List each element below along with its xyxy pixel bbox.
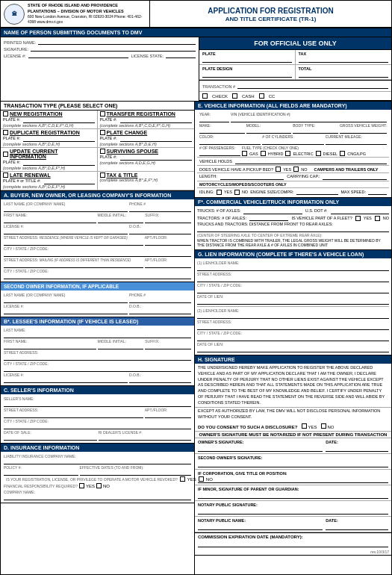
- printed-name-field[interactable]: [38, 39, 196, 45]
- seller-apt-input[interactable]: [145, 412, 191, 418]
- seller-sale-input[interactable]: [4, 435, 97, 441]
- v-vehicle-holds-input[interactable]: [235, 158, 387, 164]
- v-model-input[interactable]: [246, 128, 292, 134]
- total-field[interactable]: [299, 72, 389, 78]
- late-renewal-checkbox[interactable]: [3, 172, 8, 178]
- lien1-name-input[interactable]: [197, 265, 389, 271]
- fuel-gas-checkbox[interactable]: [242, 151, 247, 156]
- lessee-street-input[interactable]: [4, 355, 191, 361]
- consent-yes-checkbox[interactable]: [302, 423, 307, 429]
- sig-owner-input[interactable]: [198, 444, 323, 452]
- lessee-license-input[interactable]: [4, 377, 128, 383]
- transfer-reg-checkbox[interactable]: [100, 111, 105, 116]
- v-carrying-input[interactable]: [323, 174, 387, 180]
- ins-company-name-input[interactable]: [4, 494, 191, 500]
- v-body-type-input[interactable]: [293, 128, 338, 134]
- license-field[interactable]: [28, 52, 129, 58]
- ins-company-input[interactable]: [4, 459, 191, 464]
- lessee-city-input[interactable]: [4, 366, 191, 372]
- fleet-no-checkbox[interactable]: [375, 216, 380, 221]
- idling-yes-checkbox[interactable]: [217, 190, 222, 195]
- v-length-input[interactable]: [220, 174, 284, 180]
- plate-change-checkbox[interactable]: [100, 130, 105, 135]
- lien1-street-input[interactable]: [197, 276, 389, 282]
- buyer-last-name-input[interactable]: [4, 206, 128, 212]
- v-engine-size-input[interactable]: [296, 189, 339, 195]
- lessee-suffix-input[interactable]: [145, 344, 191, 349]
- plate-design-field[interactable]: [202, 72, 292, 78]
- comm-usdot-input[interactable]: [331, 208, 389, 214]
- buyer-phone-input[interactable]: [129, 206, 191, 212]
- update-info-checkbox[interactable]: [3, 152, 8, 157]
- fuel-diesel-checkbox[interactable]: [316, 151, 321, 156]
- fin-resp-yes-checkbox[interactable]: [79, 483, 84, 488]
- buyer-mailing-city-input[interactable]: [4, 273, 191, 279]
- seller-name-input[interactable]: [4, 401, 191, 407]
- fuel-cng-checkbox[interactable]: [340, 151, 345, 156]
- buyer-street-input[interactable]: [4, 240, 143, 246]
- sig-notary-sig-input[interactable]: [198, 507, 388, 515]
- idling-no-checkbox[interactable]: [234, 190, 240, 195]
- comm-tractors-input[interactable]: [249, 215, 289, 221]
- late-plate-field[interactable]: [44, 178, 95, 184]
- ins-policy-input[interactable]: [4, 470, 78, 476]
- v-passengers-input[interactable]: [199, 150, 240, 156]
- lessee-first-name-input[interactable]: [4, 344, 96, 349]
- consent-no-checkbox[interactable]: [321, 423, 326, 429]
- buyer-mailing-input[interactable]: [4, 262, 143, 268]
- lien1-date-input[interactable]: [197, 299, 389, 305]
- license-state-field[interactable]: [166, 52, 196, 58]
- cash-checkbox[interactable]: [232, 93, 237, 99]
- commission-input[interactable]: [198, 540, 388, 547]
- buyer-mailing-apt-input[interactable]: [145, 262, 191, 268]
- check-checkbox[interactable]: [202, 93, 208, 99]
- fin-resp-no-checkbox[interactable]: [96, 483, 102, 488]
- v-year-input[interactable]: [199, 116, 229, 122]
- duplicate-plate-field[interactable]: [23, 136, 94, 142]
- fleet-yes-checkbox[interactable]: [355, 216, 361, 221]
- v-cylinders-input[interactable]: [262, 139, 323, 145]
- lien2-name-input[interactable]: [197, 313, 389, 319]
- v-make-input[interactable]: [199, 128, 245, 134]
- tax-field[interactable]: [299, 57, 389, 63]
- pickup-no-checkbox[interactable]: [293, 167, 299, 172]
- lessee-dob-input[interactable]: [129, 377, 191, 383]
- surviving-spouse-checkbox[interactable]: [100, 149, 105, 154]
- cc-checkbox[interactable]: [259, 93, 264, 99]
- pickup-yes-checkbox[interactable]: [276, 167, 281, 172]
- buyer-dob-input[interactable]: [129, 229, 191, 234]
- comm-trucks-input[interactable]: [243, 208, 302, 214]
- second-owner-last-name-input[interactable]: [4, 297, 128, 303]
- sig-notary-name-input[interactable]: [198, 523, 323, 530]
- v-max-speed-input[interactable]: [368, 189, 387, 195]
- lessee-middle-initial-input[interactable]: [98, 344, 144, 349]
- duplicate-reg-checkbox[interactable]: [3, 130, 8, 135]
- sig-minor-input[interactable]: [198, 491, 388, 499]
- buyer-suffix-input[interactable]: [145, 217, 191, 223]
- lien2-date-input[interactable]: [197, 346, 389, 352]
- fuel-hybrid-checkbox[interactable]: [261, 151, 266, 156]
- buyer-middle-initial-input[interactable]: [98, 217, 144, 223]
- sig-notary-date-input[interactable]: [326, 523, 388, 530]
- second-owner-dob-input[interactable]: [129, 308, 191, 314]
- new-reg-checkbox[interactable]: [3, 111, 8, 116]
- new-reg-plate-field[interactable]: [23, 117, 94, 123]
- seller-city-input[interactable]: [4, 423, 191, 429]
- lessee-last-name-input[interactable]: [4, 332, 191, 338]
- sig-second-owner-input[interactable]: [198, 460, 388, 467]
- signature-field[interactable]: [31, 46, 196, 52]
- tax-title-checkbox[interactable]: [100, 172, 105, 178]
- lien1-city-input[interactable]: [197, 288, 389, 293]
- buyer-license-input[interactable]: [4, 229, 128, 234]
- plate-field[interactable]: [202, 57, 292, 63]
- v-mileage-input[interactable]: [326, 139, 387, 145]
- v-gross-weight-input[interactable]: [340, 128, 387, 134]
- transaction-field[interactable]: [237, 83, 388, 89]
- comm-distance-input[interactable]: [197, 226, 389, 232]
- sig-owner-date-input[interactable]: [326, 444, 388, 452]
- sig-corp-input[interactable]: [198, 476, 388, 483]
- plate-change-plate-field[interactable]: [120, 136, 192, 142]
- second-owner-phone-input[interactable]: [129, 297, 191, 303]
- revoked-yes-checkbox[interactable]: [180, 476, 185, 482]
- surviving-plate-field[interactable]: [120, 155, 192, 161]
